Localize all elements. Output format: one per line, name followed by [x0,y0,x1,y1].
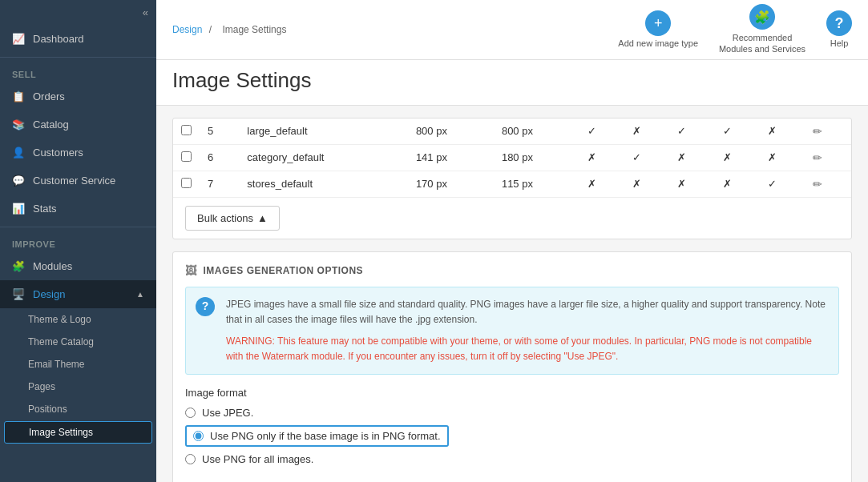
bulk-actions-bar: Bulk actions ▲ [173,197,851,239]
row-manufacturers-7: ✗ [669,171,714,197]
edit-btn-7[interactable]: ✏ [813,178,822,191]
row-height-5: 800 px [494,118,579,145]
design-icon: 🖥️ [12,288,25,300]
customer-service-icon: 💬 [12,175,25,187]
sidebar-item-theme-logo[interactable]: Theme & Logo [0,308,156,331]
sidebar-item-theme-catalog[interactable]: Theme Catalog [0,331,156,353]
info-icon: ? [196,297,215,316]
sidebar-item-dashboard[interactable]: 📈 Dashboard [0,25,156,53]
row-categories-6: ✓ [624,144,669,171]
row-width-5: 800 px [408,118,494,145]
help-icon: ? [826,10,852,36]
options-section-title-text: IMAGES GENERATION OPTIONS [204,265,364,276]
sidebar: « 📈 Dashboard SELL 📋 Orders 📚 Catalog 👤 … [0,0,156,482]
sidebar-item-label: Catalog [33,118,69,131]
row-name-7: stores_default [239,171,408,197]
header-actions: + Add new image type 🧩 Recommended Modul… [618,4,852,55]
radio-png-all-label: Use PNG for all images. [202,453,313,465]
help-label: Help [830,38,849,48]
edit-btn-6[interactable]: ✏ [813,151,822,164]
radio-use-jpeg[interactable] [185,408,196,418]
add-image-type-action[interactable]: + Add new image type [618,10,698,48]
images-generation-options-section: 🖼 IMAGES GENERATION OPTIONS ? JPEG image… [172,251,852,482]
radio-use-png-all[interactable] [185,454,196,464]
sidebar-item-design[interactable]: 🖥️ Design ▲ [0,280,156,308]
options-section-title: 🖼 IMAGES GENERATION OPTIONS [185,264,839,277]
sidebar-item-customer-service[interactable]: 💬 Customer Service [0,167,156,195]
image-settings-table: 5 large_default 800 px 800 px ✓ ✗ ✓ ✓ ✗ … [173,118,851,197]
row-width-6: 141 px [408,144,494,171]
row-suppliers-7: ✗ [715,171,760,197]
sidebar-section-sell: SELL [0,62,156,82]
image-section-icon: 🖼 [185,264,197,277]
sidebar-collapse-btn[interactable]: « [0,0,156,25]
row-categories-5: ✗ [624,118,669,145]
info-box: ? JPEG images have a small file size and… [185,287,839,376]
row-width-7: 170 px [408,171,494,197]
row-manufacturers-6: ✗ [669,144,714,171]
row-suppliers-6: ✗ [715,144,760,171]
sidebar-item-positions[interactable]: Positions [0,398,156,420]
bulk-actions-button[interactable]: Bulk actions ▲ [185,206,280,231]
sidebar-item-orders[interactable]: 📋 Orders [0,82,156,110]
help-action[interactable]: ? Help [826,10,852,48]
edit-btn-5[interactable]: ✏ [813,125,822,138]
radio-option-jpeg: Use JPEG. [185,407,839,419]
image-format-label: Image format [185,387,839,399]
row-id-7: 7 [200,171,239,197]
radio-use-png-base[interactable] [193,431,204,441]
row-stores-6: ✗ [760,144,805,171]
sidebar-section-improve: IMPROVE [0,231,156,252]
sidebar-item-stats[interactable]: 📊 Stats [0,195,156,223]
row-name-6: category_default [239,144,408,171]
table-section: 5 large_default 800 px 800 px ✓ ✗ ✓ ✓ ✗ … [172,118,852,239]
radio-option-png-all: Use PNG for all images. [185,453,839,465]
sidebar-item-label: Customers [33,147,83,159]
sidebar-item-pages[interactable]: Pages [0,376,156,398]
sidebar-item-label: Customer Service [33,175,115,187]
row-manufacturers-5: ✓ [669,118,714,145]
sidebar-divider-improve [0,227,156,227]
sidebar-item-image-settings[interactable]: Image Settings [4,421,152,444]
bulk-actions-arrow: ▲ [257,212,268,224]
sidebar-item-email-theme[interactable]: Email Theme [0,353,156,376]
radio-option-png-base: Use PNG only if the base image is in PNG… [185,425,839,447]
dashboard-icon: 📈 [12,33,25,45]
add-image-type-label: Add new image type [618,38,698,48]
row-products-7: ✗ [579,171,624,197]
sidebar-item-label: Dashboard [33,33,84,45]
info-text-1: JPEG images have a small file size and s… [226,297,829,327]
sidebar-item-label: Orders [33,90,65,102]
row-checkbox-7[interactable] [181,178,192,188]
sidebar-item-customers[interactable]: 👤 Customers [0,139,156,167]
table-row: 7 stores_default 170 px 115 px ✗ ✗ ✗ ✗ ✓… [173,171,851,197]
sidebar-item-catalog[interactable]: 📚 Catalog [0,110,156,139]
row-checkbox-6[interactable] [181,151,192,162]
breadcrumb-separator: / [209,24,215,35]
row-name-5: large_default [239,118,408,145]
breadcrumb-parent[interactable]: Design [172,24,202,35]
row-products-5: ✓ [579,118,624,145]
page-title: Image Settings [172,68,852,93]
info-text-2: WARNING: This feature may not be compati… [226,334,829,364]
breadcrumb-current: Image Settings [222,24,286,35]
row-checkbox-5[interactable] [181,125,192,135]
row-suppliers-5: ✓ [715,118,760,145]
radio-jpeg-label: Use JPEG. [202,407,253,419]
add-icon: + [645,10,671,36]
row-stores-7: ✓ [760,171,805,197]
breadcrumb: Design / Image Settings [172,24,290,35]
recommended-modules-action[interactable]: 🧩 Recommended Modules and Services [718,4,806,55]
row-height-7: 115 px [494,171,579,197]
row-height-6: 180 px [494,144,579,171]
content-area: 5 large_default 800 px 800 px ✓ ✗ ✓ ✓ ✗ … [156,106,868,482]
row-stores-5: ✗ [760,118,805,145]
sidebar-item-label: Design [33,288,65,300]
chevron-up-icon: ▲ [136,290,144,299]
sidebar-divider-sell [0,57,156,58]
recommended-modules-label: Recommended Modules and Services [718,32,806,55]
puzzle-icon: 🧩 [749,4,775,30]
sidebar-item-modules[interactable]: 🧩 Modules [0,252,156,280]
modules-icon: 🧩 [12,260,25,272]
row-id-6: 6 [200,144,239,171]
